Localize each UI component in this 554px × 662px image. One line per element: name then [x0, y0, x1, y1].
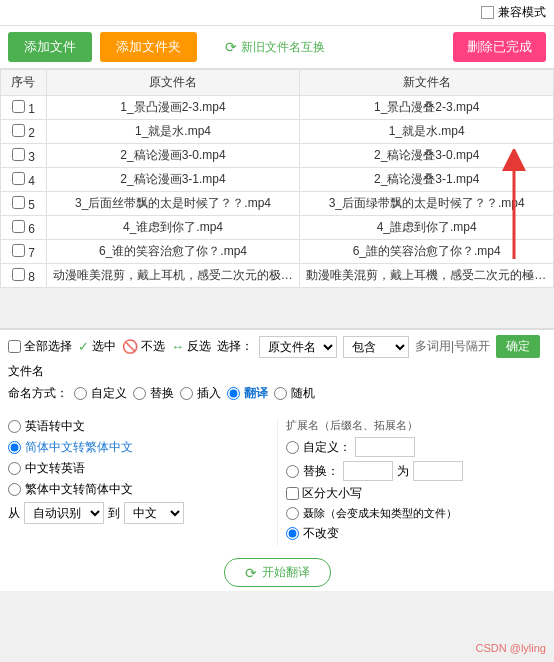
ext-custom-row: 自定义： [286, 437, 547, 457]
left-section: 英语转中文 简体中文转繁体中文 中文转英语 繁体中文转简体中文 [8, 418, 269, 546]
new-filename: 6_誰的笑容治愈了你？.mp4 [300, 240, 554, 264]
select-all-checkbox[interactable] [8, 340, 21, 353]
select-label: 选中 [92, 338, 116, 355]
radio-insert[interactable]: 插入 [180, 385, 221, 402]
row-checkbox[interactable] [12, 196, 25, 209]
radio-ext-custom-input[interactable] [286, 441, 299, 454]
add-file-button[interactable]: 添加文件 [8, 32, 92, 62]
new-filename: 1_就是水.mp4 [300, 120, 554, 144]
deselect-btn[interactable]: 🚫 不选 [122, 338, 165, 355]
col-header-new: 新文件名 [300, 70, 554, 96]
row-checkbox[interactable] [12, 124, 25, 137]
radio-merge[interactable]: 聂除（会变成未知类型的文件） [286, 506, 457, 521]
select-type-dropdown[interactable]: 原文件名 新文件名 [259, 336, 337, 358]
original-filename: 1_就是水.mp4 [46, 120, 300, 144]
invert-label: 反选 [187, 338, 211, 355]
select-row: 全部选择 ✓ 选中 🚫 不选 ↔ 反选 选择： 原文件名 新文件名 包含 不包含 [8, 335, 546, 358]
case-sensitive-container[interactable]: 区分大小写 [286, 485, 362, 502]
table-row[interactable]: 32_稿论漫画3-0.mp42_稿论漫叠3-0.mp4 [1, 144, 554, 168]
new-filename: 2_稿论漫叠3-1.mp4 [300, 168, 554, 192]
invert-icon: ↔ [171, 339, 184, 354]
confirm-button[interactable]: 确定 [496, 335, 540, 358]
original-filename: 3_后面丝带飘的太是时候了？？.mp4 [46, 192, 300, 216]
row-checkbox[interactable] [12, 172, 25, 185]
ext-replace-to-input[interactable] [413, 461, 463, 481]
radio-zh-en[interactable]: 中文转英语 [8, 460, 85, 477]
radio-trad-simp-input[interactable] [8, 483, 21, 496]
trad-simp-row: 繁体中文转简体中文 [8, 481, 269, 498]
right-section: 扩展名（后缀名、拓展名） 自定义： 替换： 为 [277, 418, 547, 546]
file-table: 序号 原文件名 新文件名 11_景凸漫画2-3.mp41_景凸漫叠2-3.mp4… [0, 69, 554, 288]
radio-custom[interactable]: 自定义 [74, 385, 127, 402]
controls-area: 全部选择 ✓ 选中 🚫 不选 ↔ 反选 选择： 原文件名 新文件名 包含 不包含 [0, 329, 554, 412]
filename-label: 文件名 [8, 363, 44, 380]
new-filename: 動漫唯美混剪，戴上耳機，感受二次元的極致唯美！.mp4 [300, 264, 554, 288]
table-row[interactable]: 64_谁虑到你了.mp44_誰虑到你了.mp4 [1, 216, 554, 240]
bottom-section: 英语转中文 简体中文转繁体中文 中文转英语 繁体中文转简体中文 [0, 412, 554, 552]
radio-ext-replace[interactable]: 替换： [286, 463, 339, 480]
select-btn[interactable]: ✓ 选中 [78, 338, 116, 355]
deselect-label: 不选 [141, 338, 165, 355]
radio-ext-replace-input[interactable] [286, 465, 299, 478]
radio-en-zh-input[interactable] [8, 420, 21, 433]
radio-no-change[interactable]: 不改变 [286, 525, 339, 542]
no-change-row: 不改变 [286, 525, 547, 542]
radio-simp-trad-input[interactable] [8, 441, 21, 454]
new-filename: 4_誰虑到你了.mp4 [300, 216, 554, 240]
original-filename: 2_稿论漫画3-0.mp4 [46, 144, 300, 168]
add-folder-button[interactable]: 添加文件夹 [100, 32, 197, 62]
row-checkbox[interactable] [12, 220, 25, 233]
en-to-zh-row: 英语转中文 [8, 418, 269, 435]
zh-en-row: 中文转英语 [8, 460, 269, 477]
radio-insert-input[interactable] [180, 387, 193, 400]
radio-random-input[interactable] [274, 387, 287, 400]
original-filename: 2_稿论漫画3-1.mp4 [46, 168, 300, 192]
original-filename: 动漫唯美混剪，戴上耳机，感受二次元的极致唯美！.mp4 [46, 264, 300, 288]
file-table-container: 序号 原文件名 新文件名 11_景凸漫画2-3.mp41_景凸漫叠2-3.mp4… [0, 69, 554, 329]
to-language-select[interactable]: 中文 英语 [124, 502, 184, 524]
col-header-orig: 原文件名 [46, 70, 300, 96]
row-checkbox[interactable] [12, 100, 25, 113]
table-row[interactable]: 42_稿论漫画3-1.mp42_稿论漫叠3-1.mp4 [1, 168, 554, 192]
radio-trad-simp[interactable]: 繁体中文转简体中文 [8, 481, 133, 498]
table-row[interactable]: 53_后面丝带飘的太是时候了？？.mp43_后面绿带飘的太是时候了？？.mp4 [1, 192, 554, 216]
select-icon: ✓ [78, 339, 89, 354]
table-row[interactable]: 76_谁的笑容治愈了你？.mp46_誰的笑容治愈了你？.mp4 [1, 240, 554, 264]
invert-btn[interactable]: ↔ 反选 [171, 338, 211, 355]
compat-mode-checkbox[interactable] [481, 6, 494, 19]
radio-translate[interactable]: 翻译 [227, 385, 268, 402]
radio-custom-input[interactable] [74, 387, 87, 400]
ext-custom-input[interactable] [355, 437, 415, 457]
table-row[interactable]: 8动漫唯美混剪，戴上耳机，感受二次元的极致唯美！.mp4動漫唯美混剪，戴上耳機，… [1, 264, 554, 288]
delete-done-button[interactable]: 删除已完成 [453, 32, 546, 62]
radio-translate-input[interactable] [227, 387, 240, 400]
radio-en-zh[interactable]: 英语转中文 [8, 418, 85, 435]
radio-merge-input[interactable] [286, 507, 299, 520]
original-filename: 1_景凸漫画2-3.mp4 [46, 96, 300, 120]
row-checkbox[interactable] [12, 148, 25, 161]
row-checkbox[interactable] [12, 244, 25, 257]
include-dropdown[interactable]: 包含 不包含 [343, 336, 409, 358]
radio-no-change-input[interactable] [286, 527, 299, 540]
from-language-select[interactable]: 自动识别 中文 英语 [24, 502, 104, 524]
case-row: 区分大小写 [286, 485, 547, 502]
select-all-container[interactable]: 全部选择 [8, 338, 72, 355]
radio-random[interactable]: 随机 [274, 385, 315, 402]
table-row[interactable]: 21_就是水.mp41_就是水.mp4 [1, 120, 554, 144]
naming-label: 命名方式： [8, 385, 68, 402]
naming-row: 命名方式： 自定义 替换 插入 翻译 随机 [8, 385, 546, 402]
radio-ext-custom[interactable]: 自定义： [286, 439, 351, 456]
start-translate-button[interactable]: ⟳ 开始翻译 [224, 558, 331, 587]
ext-section-label: 扩展名（后缀名、拓展名） [286, 418, 547, 433]
row-checkbox[interactable] [12, 268, 25, 281]
radio-zh-en-input[interactable] [8, 462, 21, 475]
simp-trad-row: 简体中文转繁体中文 [8, 439, 269, 456]
radio-replace[interactable]: 替换 [133, 385, 174, 402]
ext-replace-from-input[interactable] [343, 461, 393, 481]
table-row[interactable]: 11_景凸漫画2-3.mp41_景凸漫叠2-3.mp4 [1, 96, 554, 120]
case-sensitive-checkbox[interactable] [286, 487, 299, 500]
radio-simp-trad[interactable]: 简体中文转繁体中文 [8, 439, 133, 456]
radio-replace-input[interactable] [133, 387, 146, 400]
swap-button[interactable]: ⟳ 新旧文件名互换 [225, 39, 325, 56]
ext-replace-row: 替换： 为 [286, 461, 547, 481]
